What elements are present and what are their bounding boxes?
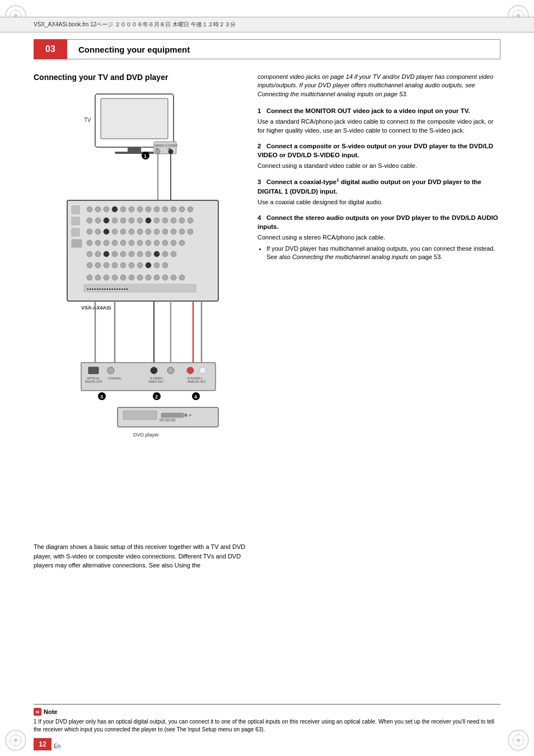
- intro-text: component video jacks on page 14 if your…: [257, 73, 500, 98]
- corner-decoration-bl: [4, 729, 27, 752]
- svg-point-63: [162, 218, 168, 223]
- svg-point-138: [107, 367, 114, 374]
- svg-point-30: [156, 149, 160, 154]
- body-text: The diagram shows a basic setup of this …: [34, 542, 246, 570]
- svg-point-70: [112, 229, 118, 234]
- svg-text:3: 3: [100, 394, 103, 400]
- svg-rect-37: [72, 206, 79, 214]
- svg-text:VSX-AX4ASi: VSX-AX4ASi: [81, 305, 111, 311]
- svg-point-140: [151, 367, 157, 374]
- svg-rect-21: [101, 98, 168, 139]
- chapter-title-box: Connecting your equipment: [67, 39, 500, 59]
- left-column: Connecting your TV and DVD player TV VID…: [34, 67, 246, 722]
- svg-point-107: [120, 262, 126, 268]
- svg-point-102: [171, 251, 176, 257]
- svg-point-79: [188, 229, 193, 234]
- right-column: component video jacks on page 14 if your…: [257, 67, 500, 722]
- chapter-title: Connecting your equipment: [78, 45, 190, 54]
- svg-point-110: [146, 262, 151, 268]
- svg-point-118: [129, 275, 134, 280]
- svg-point-123: [171, 275, 176, 280]
- svg-point-158: [189, 414, 191, 416]
- svg-point-51: [171, 206, 176, 212]
- svg-point-106: [112, 262, 118, 268]
- svg-point-72: [129, 229, 134, 234]
- svg-point-59: [129, 218, 134, 223]
- step-3: 3 Connect a coaxial-type1 digital audio …: [257, 177, 500, 206]
- svg-point-81: [95, 240, 101, 246]
- svg-point-112: [162, 262, 168, 268]
- svg-rect-159: [160, 419, 164, 421]
- svg-point-93: [95, 251, 101, 257]
- svg-rect-38: [72, 217, 79, 225]
- svg-point-94: [104, 251, 109, 257]
- svg-point-41: [87, 206, 92, 212]
- svg-point-96: [120, 251, 126, 257]
- svg-point-146: [199, 367, 206, 374]
- svg-point-124: [179, 275, 185, 280]
- svg-text:DVD player: DVD player: [133, 432, 159, 438]
- svg-rect-135: [88, 367, 99, 374]
- svg-point-83: [112, 240, 118, 246]
- svg-point-86: [137, 240, 143, 246]
- svg-point-53: [188, 206, 193, 212]
- svg-point-76: [162, 229, 168, 234]
- note-section: N Note 1 If your DVD player only has an …: [34, 704, 500, 734]
- svg-point-56: [104, 218, 109, 223]
- intro-text-suffix: on page 53.: [373, 91, 407, 97]
- svg-text:DIGITAL OUT: DIGITAL OUT: [85, 380, 102, 383]
- svg-point-115: [104, 275, 109, 280]
- svg-point-91: [179, 240, 185, 246]
- svg-point-90: [171, 240, 176, 246]
- svg-point-55: [95, 218, 101, 223]
- step-1-heading: 1 Connect the MONITOR OUT video jack to …: [257, 106, 500, 115]
- svg-point-45: [120, 206, 126, 212]
- step-3-heading: 3 Connect a coaxial-type1 digital audio …: [257, 177, 500, 196]
- section-title: Connecting your TV and DVD player: [34, 73, 246, 82]
- svg-text:COAXIAL: COAXIAL: [108, 377, 121, 380]
- note-header: N Note: [34, 708, 500, 716]
- svg-rect-22: [128, 147, 141, 152]
- svg-point-104: [95, 262, 101, 268]
- svg-point-46: [129, 206, 134, 212]
- step-2: 2 Connect a composite or S-video output …: [257, 142, 500, 171]
- svg-rect-39: [72, 228, 79, 236]
- svg-point-111: [154, 262, 160, 268]
- header-text: VSX_AX4ASi.book.fm 12ページ ２０００６年６月８日 木曜日 …: [34, 21, 236, 29]
- svg-point-67: [87, 229, 92, 234]
- svg-point-113: [87, 275, 92, 280]
- svg-point-62: [154, 218, 160, 223]
- svg-text:1: 1: [144, 153, 147, 159]
- svg-point-47: [137, 206, 143, 212]
- svg-point-114: [95, 275, 101, 280]
- note-icon: N: [34, 708, 41, 716]
- svg-point-43: [104, 206, 109, 212]
- svg-point-64: [171, 218, 176, 223]
- svg-point-80: [87, 240, 92, 246]
- svg-point-50: [162, 206, 168, 212]
- chapter-header: 03 Connecting your equipment: [0, 39, 534, 59]
- svg-rect-161: [171, 419, 175, 421]
- svg-text:VIDEO OUT: VIDEO OUT: [148, 380, 164, 383]
- svg-text:2: 2: [155, 394, 158, 400]
- svg-point-42: [95, 206, 101, 212]
- svg-point-88: [154, 240, 160, 246]
- svg-point-52: [179, 206, 185, 212]
- svg-point-109: [137, 262, 143, 268]
- step-4-heading: 4 Connect the stereo audio outputs on yo…: [257, 213, 500, 231]
- svg-point-99: [146, 251, 151, 257]
- page-number: 12: [34, 738, 51, 750]
- step-2-heading: 2 Connect a composite or S-video output …: [257, 142, 500, 159]
- step-3-text: Use a coaxial cable designed for digital…: [257, 198, 500, 206]
- svg-text:TV: TV: [84, 117, 91, 123]
- svg-text:■ ■ ■ ■ ■ ■ ■ ■ ■ ■ ■ ■ ■ ■ ■ : ■ ■ ■ ■ ■ ■ ■ ■ ■ ■ ■ ■ ■ ■ ■ ■ ■: [87, 287, 128, 290]
- svg-point-89: [162, 240, 168, 246]
- svg-rect-160: [165, 419, 170, 421]
- svg-rect-40: [72, 240, 82, 247]
- svg-point-117: [120, 275, 126, 280]
- page-en-label: En: [54, 743, 60, 749]
- svg-point-92: [87, 251, 92, 257]
- step-4-bullet-1: If your DVD player has multichannel anal…: [266, 245, 500, 262]
- svg-point-31: [168, 149, 173, 154]
- svg-point-157: [184, 414, 188, 417]
